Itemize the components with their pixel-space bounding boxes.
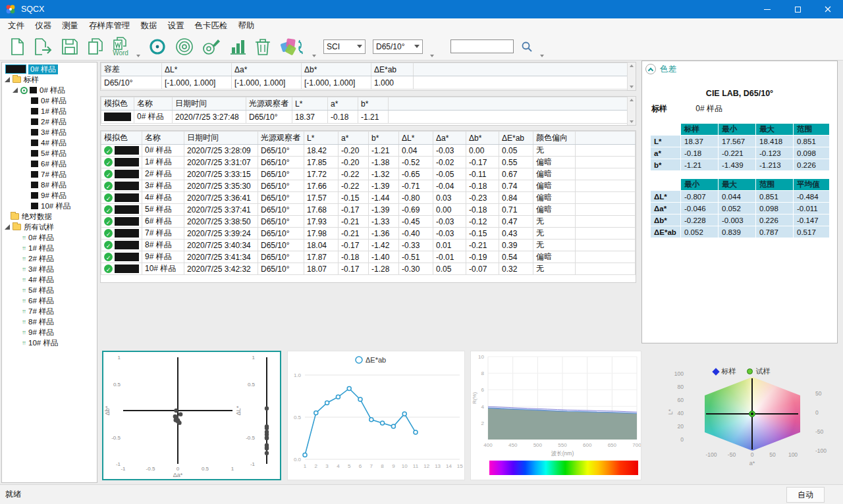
menu-item-settings[interactable]: 设置 xyxy=(163,18,190,33)
search-button[interactable] xyxy=(521,35,533,59)
tree-item-trial-sample-6[interactable]: 6# 样品 xyxy=(2,295,97,306)
white-calibration-button[interactable] xyxy=(175,35,194,59)
tolerance-row[interactable]: D65/10°[-1.000, 1.000][-1.000, 1.000][-1… xyxy=(101,76,636,89)
column-header[interactable]: b* xyxy=(358,97,389,111)
tree-item-standard-sample-1[interactable]: 1# 样品 xyxy=(2,106,97,116)
menu-item-sample-library[interactable]: 存样库管理 xyxy=(84,18,136,33)
illuminant-observer-select[interactable]: D65/10° xyxy=(373,39,423,54)
menu-item-instrument[interactable]: 仪器 xyxy=(30,18,57,33)
tree-item-standard-sample-3[interactable]: 3# 样品 xyxy=(2,127,97,138)
sample-row-1[interactable]: 1# 样品2020/7/25 3:31:07D65/10°17.85-0.20-… xyxy=(101,157,636,168)
tree-item-trial-sample-4[interactable]: 4# 样品 xyxy=(2,274,97,285)
tree-item-standard-sample-6[interactable]: 6# 样品 xyxy=(2,159,97,169)
save-button[interactable] xyxy=(61,35,79,59)
menu-item-help[interactable]: 帮助 xyxy=(233,18,260,33)
color-simulation-button[interactable] xyxy=(279,35,305,59)
menu-item-measure[interactable]: 测量 xyxy=(57,18,84,33)
tree-item-standard-sample-4[interactable]: 4# 样品 xyxy=(2,138,97,148)
column-header[interactable]: Δb* xyxy=(302,63,371,76)
sample-row-5[interactable]: 5# 样品2020/7/25 3:37:41D65/10°17.68-0.17-… xyxy=(101,204,636,216)
export-button[interactable] xyxy=(34,35,53,59)
spectrum-chart-panel[interactable]: 400450500550600650700246810R(%)波长(nm) xyxy=(470,351,641,480)
sci-mode-select[interactable]: SCI xyxy=(323,39,366,54)
tree-folder-all-samples[interactable]: 所有试样 xyxy=(2,222,97,232)
tree-item-standard-sample-7[interactable]: 7# 样品 xyxy=(2,169,97,180)
column-header[interactable]: 颜色偏向 xyxy=(533,132,576,145)
sample-row-0[interactable]: 0# 样品2020/7/25 3:28:09D65/10°18.42-0.20-… xyxy=(101,145,636,157)
sample-row-10[interactable]: 10# 样品2020/7/25 3:42:32D65/10°18.07-0.17… xyxy=(101,263,636,275)
column-header[interactable]: L* xyxy=(292,97,328,111)
column-header[interactable]: 日期时间 xyxy=(173,97,246,111)
sample-row-8[interactable]: 8# 样品2020/7/25 3:40:34D65/10°18.04-0.17-… xyxy=(101,239,636,251)
column-header[interactable]: ΔL* xyxy=(399,132,433,145)
sample-row-7[interactable]: 7# 样品2020/7/25 3:39:24D65/10°17.98-0.21-… xyxy=(101,228,636,239)
column-header[interactable]: 容差 xyxy=(101,63,162,76)
tree-item-standard-root[interactable]: 0# 样品 xyxy=(2,85,97,95)
sample-row-2[interactable]: 2# 样品2020/7/25 3:33:15D65/10°17.72-0.22-… xyxy=(101,168,636,180)
toolbar-overflow-chevron-icon[interactable] xyxy=(312,55,316,57)
black-calibration-button[interactable] xyxy=(148,35,167,59)
tree-item-trial-sample-7[interactable]: 7# 样品 xyxy=(2,306,97,316)
menu-item-file[interactable]: 文件 xyxy=(3,18,30,33)
tree-item-trial-sample-9[interactable]: 9# 样品 xyxy=(2,327,97,338)
tree-item-standard-sample-5[interactable]: 5# 样品 xyxy=(2,148,97,159)
tree-item-standard-sample-8[interactable]: 8# 样品 xyxy=(2,180,97,190)
toolbar-overflow-chevron-icon[interactable] xyxy=(136,55,140,57)
chart-button[interactable] xyxy=(229,35,247,59)
column-header[interactable]: 模拟色 xyxy=(101,97,134,111)
column-header[interactable]: L* xyxy=(304,132,339,145)
delete-button[interactable] xyxy=(254,35,271,59)
sample-row-3[interactable]: 3# 样品2020/7/25 3:35:30D65/10°17.66-0.22-… xyxy=(101,180,636,192)
copy-button[interactable] xyxy=(86,35,105,59)
tree-item-trial-sample-1[interactable]: 1# 样品 xyxy=(2,243,97,253)
column-header[interactable]: 光源观察者 xyxy=(246,97,292,111)
collapse-button[interactable] xyxy=(645,64,656,74)
tree-item-standard-sample-0[interactable]: 0# 样品 xyxy=(2,95,97,106)
column-header[interactable]: Δa* xyxy=(232,63,302,76)
tree-item-standard-sample-2[interactable]: 2# 样品 xyxy=(2,116,97,127)
close-button[interactable] xyxy=(813,0,843,18)
standard-scrollbar[interactable] xyxy=(627,97,636,125)
column-header[interactable]: 模拟色 xyxy=(101,132,142,145)
export-word-button[interactable]: Word xyxy=(112,35,129,59)
menu-item-data[interactable]: 数据 xyxy=(136,18,163,33)
column-header[interactable]: a* xyxy=(339,132,369,145)
measure-button[interactable] xyxy=(202,35,221,59)
column-header[interactable]: b* xyxy=(369,132,399,145)
tree-item-trial-sample-3[interactable]: 3# 样品 xyxy=(2,264,97,274)
maximize-button[interactable] xyxy=(782,0,813,18)
column-header[interactable]: 光源观察者 xyxy=(258,132,304,145)
column-header[interactable]: 名称 xyxy=(142,132,184,145)
sample-row-4[interactable]: 4# 样品2020/7/25 3:36:41D65/10°17.57-0.15-… xyxy=(101,192,636,204)
column-header[interactable]: Δb* xyxy=(466,132,499,145)
tree-item-standard-sample-10[interactable]: 10# 样品 xyxy=(2,201,97,211)
sample-row-9[interactable]: 9# 样品2020/7/25 3:41:34D65/10°17.87-0.18-… xyxy=(101,251,636,263)
lab-gamut-panel[interactable]: 标样试样100806040200-100-50050100500-50-100L… xyxy=(645,351,838,482)
tree-item-trial-sample-2[interactable]: 2# 样品 xyxy=(2,253,97,264)
scatter-chart-panel[interactable]: 10.5-0.5-1-1-0.500.51Δb*Δa*ΔL*10.5-0.5-1 xyxy=(102,351,281,480)
column-header[interactable]: a* xyxy=(328,97,358,111)
column-header[interactable]: Δa* xyxy=(433,132,466,145)
column-header[interactable]: ΔE*ab xyxy=(371,63,414,76)
column-header[interactable]: 名称 xyxy=(134,97,173,111)
delta-e-chart-panel[interactable]: ΔE*ab0.00.51.0123456789101112131415 xyxy=(287,351,465,480)
column-header[interactable]: ΔL* xyxy=(162,63,232,76)
standard-row[interactable]: 0# 样品2020/7/25 3:27:48D65/10°18.37-0.18-… xyxy=(101,111,636,124)
menu-item-color-card-check[interactable]: 色卡匹检 xyxy=(190,18,233,33)
minimize-button[interactable] xyxy=(752,0,782,18)
tree-item-trial-sample-0[interactable]: 0# 样品 xyxy=(2,232,97,243)
tree-folder-absolute-data[interactable]: 绝对数据 xyxy=(2,211,97,222)
sample-row-6[interactable]: 6# 样品2020/7/25 3:38:50D65/10°17.93-0.21-… xyxy=(101,216,636,228)
new-document-button[interactable] xyxy=(9,35,26,59)
column-header[interactable]: ΔE*ab xyxy=(499,132,533,145)
search-input[interactable] xyxy=(450,39,514,53)
toolbar-overflow-chevron-icon[interactable] xyxy=(540,55,544,57)
tree-folder-standard[interactable]: 标样 xyxy=(2,74,97,85)
tree-item-current-sample[interactable]: 0# 样品 xyxy=(2,64,97,74)
tree-item-standard-sample-9[interactable]: 9# 样品 xyxy=(2,190,97,201)
tree-item-trial-sample-8[interactable]: 8# 样品 xyxy=(2,316,97,327)
tree-item-trial-sample-10[interactable]: 10# 样品 xyxy=(2,338,97,348)
tree-item-trial-sample-5[interactable]: 5# 样品 xyxy=(2,285,97,295)
auto-mode-button[interactable]: 自动 xyxy=(786,487,825,503)
toolbar-overflow-chevron-icon[interactable] xyxy=(430,55,434,57)
